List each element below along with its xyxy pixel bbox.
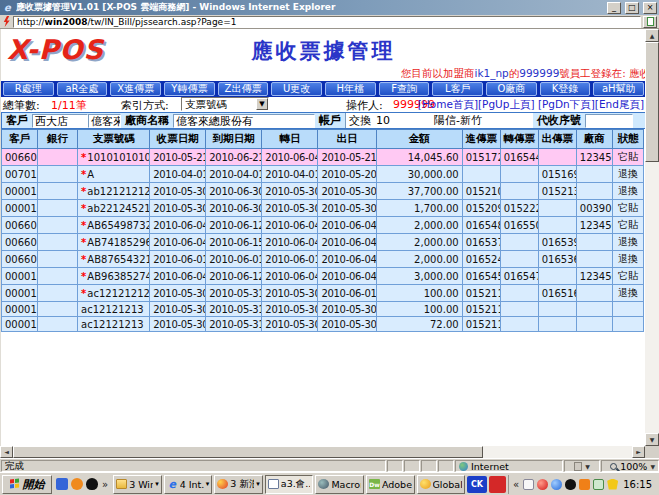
notepad-tray-icon[interactable] (523, 479, 534, 490)
col-header-receive_date[interactable]: 收票日期 (150, 130, 206, 149)
vendor-name-input[interactable]: 億客來總股份有 (173, 114, 315, 128)
cell-out_date: 2010-05-30 (318, 317, 376, 332)
minimize-button[interactable]: _ (607, 2, 621, 14)
zoom-control[interactable]: 100%▼ (601, 460, 659, 472)
nav-end-link[interactable]: [End尾頁] (595, 98, 644, 110)
customer-name-input[interactable]: 億客來 (88, 114, 121, 128)
page-title: 應收票據管理 (1, 37, 645, 65)
overflow-chevron-icon[interactable]: » (101, 479, 109, 490)
col-header-vendor[interactable]: 廠商 (576, 130, 612, 149)
taskbar-button[interactable]: 3 Win...▾ (113, 475, 162, 494)
chevron-down-icon[interactable]: ▼ (585, 463, 590, 470)
col-header-out_voucher[interactable]: 出傳票 (538, 130, 576, 149)
col-header-transfer_voucher[interactable]: 轉傳票 (500, 130, 538, 149)
col-header-out_date[interactable]: 出日 (318, 130, 376, 149)
protected-mode-control[interactable]: ▼ (564, 460, 600, 472)
vendor-button[interactable]: O廠商 (486, 82, 537, 96)
table-row[interactable]: 006603*10101010102010-05-212010-06-21201… (2, 149, 644, 166)
table-row[interactable]: 007013*A2010-04-012010-04-012010-04-0120… (2, 166, 644, 183)
table-row[interactable]: 006601*AB876543212010-06-012010-06-01201… (2, 251, 644, 268)
table-row[interactable]: 000010*AB963852742010-06-042010-06-12201… (2, 268, 644, 285)
process-button[interactable]: R處理 (3, 82, 54, 96)
schedule-tray-icon[interactable] (593, 479, 604, 490)
tray-collapse-icon[interactable]: « (512, 479, 520, 490)
chevron-down-icon[interactable]: ▾ (206, 480, 210, 488)
red-app-icon[interactable] (489, 476, 506, 493)
col-header-transfer_date[interactable]: 轉日 (262, 130, 318, 149)
cell-transfer_date: 2010-06-01 (262, 251, 318, 268)
operator-label: 操作人: (346, 98, 383, 113)
customer-button[interactable]: L客戶 (432, 82, 483, 96)
scroll-right-icon[interactable]: ► (632, 446, 645, 458)
table-row[interactable]: 000010*ab121212122010-05-302010-06-30201… (2, 183, 644, 200)
chevron-down-icon[interactable]: ▼ (256, 98, 268, 110)
account-field[interactable]: 交換 10 陽信-新竹 (345, 113, 533, 128)
process-all-button[interactable]: aR全處 (57, 82, 108, 96)
year-file-button[interactable]: H年檔 (325, 82, 376, 96)
go-button[interactable] (643, 16, 657, 28)
horizontal-scrollbar[interactable]: ◄ ► (0, 446, 645, 458)
query-button[interactable]: F查詢 (379, 82, 430, 96)
taskbar-button[interactable]: DwAdobe ... (366, 475, 415, 494)
col-header-amount[interactable]: 金額 (376, 130, 462, 149)
qq-tray-icon[interactable] (565, 479, 576, 490)
orange-tray-icon[interactable] (579, 479, 590, 490)
login-username: ik1_np (475, 67, 509, 79)
cell-vendor (576, 234, 612, 251)
cell-due_date: 2010-06-21 (206, 149, 262, 166)
horizontal-scroll-thumb[interactable] (13, 446, 483, 458)
transfer-voucher-button[interactable]: Y轉傳票 (164, 82, 215, 96)
table-row[interactable]: 000010*ab221245212010-05-302010-06-30201… (2, 200, 644, 217)
customer-code-input[interactable]: 西大店 (32, 114, 88, 128)
in-voucher-button[interactable]: X進傳票 (110, 82, 161, 96)
col-header-due_date[interactable]: 到期日期 (206, 130, 262, 149)
qq-icon[interactable] (86, 478, 98, 490)
vertical-scroll-thumb[interactable] (645, 42, 659, 162)
shield-tray-icon[interactable] (607, 479, 618, 490)
browser-quicklaunch-icon[interactable] (71, 478, 83, 490)
scroll-down-icon[interactable]: ▼ (645, 433, 659, 446)
cell-out_date: 2010-06-04 (318, 234, 376, 251)
col-header-customer[interactable]: 客戶 (2, 130, 38, 149)
nav-pgdn-link[interactable]: [PgDn下頁] (538, 98, 595, 110)
red-tray-icon[interactable] (537, 479, 548, 490)
vertical-scrollbar[interactable]: ▲ ▼ (645, 29, 659, 446)
collect-serial-input[interactable] (585, 114, 633, 128)
table-row[interactable]: 000010ac121212132010-05-302010-05-312010… (2, 317, 644, 332)
ck-app-icon[interactable]: CK (467, 476, 487, 493)
table-row[interactable]: 000010*ac121212122010-05-302010-05-31201… (2, 285, 644, 302)
nav-pgup-link[interactable]: [PgUp上頁] (478, 98, 535, 110)
cell-check_no: *ab22124521 (78, 200, 150, 217)
taskbar-button[interactable]: a3.會... (265, 475, 314, 494)
start-button[interactable]: 開始 (2, 475, 52, 494)
scroll-left-icon[interactable]: ◄ (0, 446, 13, 458)
chevron-down-icon[interactable]: ▾ (155, 480, 159, 488)
chevron-down-icon[interactable]: ▾ (256, 480, 260, 488)
cell-in_voucher: 016537 (462, 234, 500, 251)
close-button[interactable]: × (643, 2, 657, 14)
out-voucher-button[interactable]: Z出傳票 (218, 82, 269, 96)
chevron-down-icon[interactable]: ▼ (650, 463, 655, 470)
maximize-button[interactable]: □ (625, 2, 639, 14)
taskbar-button[interactable]: Global... (417, 475, 466, 494)
taskbar-button[interactable]: e4 Int...▾ (164, 475, 213, 494)
col-header-in_voucher[interactable]: 進傳票 (462, 130, 500, 149)
col-header-status[interactable]: 狀態 (612, 130, 643, 149)
col-header-bank[interactable]: 銀行 (38, 130, 78, 149)
col-header-check_no[interactable]: 支票號碼 (78, 130, 150, 149)
cell-transfer_voucher: 016544 (500, 149, 538, 166)
nav-home-link[interactable]: [Home首頁] (418, 98, 478, 110)
taskbar-button[interactable]: 3 新浪UC▾ (214, 475, 263, 494)
desktop-icon[interactable] (56, 478, 68, 490)
scroll-up-icon[interactable]: ▲ (645, 29, 659, 42)
table-row[interactable]: 000010ac121212132010-05-302010-05-312010… (2, 302, 644, 317)
table-row[interactable]: 006601*AB741852962010-06-042010-06-15201… (2, 234, 644, 251)
taskbar-button[interactable]: Macrom... (315, 475, 364, 494)
modify-button[interactable]: U更改 (271, 82, 322, 96)
help-button[interactable]: aH幫助 (593, 82, 644, 96)
address-input[interactable]: http://win2008/tw/IN_Bill/pjssearch.asp?… (13, 16, 641, 28)
messenger-tray-icon[interactable] (551, 479, 562, 490)
login-button[interactable]: K登錄 (540, 82, 591, 96)
index-mode-select[interactable]: 支票號碼▼ (181, 97, 269, 111)
table-row[interactable]: 006601*AB654987322010-06-042010-06-12201… (2, 217, 644, 234)
